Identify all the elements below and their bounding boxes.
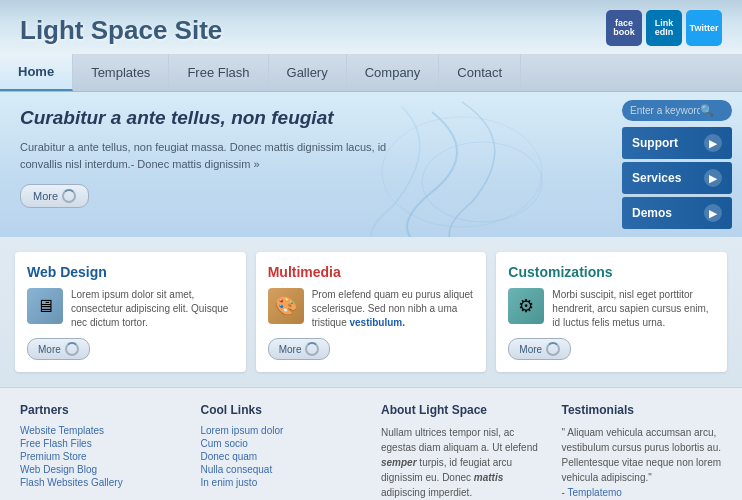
footer-cool-links-title: Cool Links (201, 403, 362, 419)
card-multimedia-body: 🎨 Prom elefend quam eu purus aliquet sce… (268, 288, 475, 330)
sidebar-demos-button[interactable]: Demos ▶ (622, 197, 732, 229)
hero-more-button[interactable]: More (20, 184, 89, 208)
demos-arrow-icon: ▶ (704, 204, 722, 222)
card-multimedia-text: Prom elefend quam eu purus aliquet scele… (312, 288, 475, 330)
footer-col-partners: Partners Website Templates Free Flash Fi… (20, 403, 181, 500)
footer-testimonials-text: " Aliquam vehicula accumsan arcu, vestib… (562, 425, 723, 500)
footer-cool-link-5[interactable]: In enim justo (201, 477, 362, 488)
footer-links: Partners Website Templates Free Flash Fi… (0, 387, 742, 500)
card-web-design-more[interactable]: More (27, 338, 90, 360)
multimedia-more-spin-icon (305, 342, 319, 356)
linkedin-icon[interactable]: LinkedIn (646, 10, 682, 46)
footer-link-flash-gallery[interactable]: Flash Websites Gallery (20, 477, 181, 488)
footer-col-testimonials: Testimonials " Aliquam vehicula accumsan… (562, 403, 723, 500)
twitter-icon[interactable]: Twitter (686, 10, 722, 46)
card-multimedia: Multimedia 🎨 Prom elefend quam eu purus … (256, 252, 487, 372)
linkedin-label: LinkedIn (655, 19, 674, 37)
search-icon: 🔍 (700, 104, 714, 117)
support-arrow-icon: ▶ (704, 134, 722, 152)
hero-heading: Curabitur a ante tellus, non feugiat (20, 107, 602, 129)
card-web-design-title: Web Design (27, 264, 234, 280)
more-spin-icon (62, 189, 76, 203)
facebook-icon[interactable]: facebook (606, 10, 642, 46)
footer-about-title: About Light Space (381, 403, 542, 419)
hero-content: Curabitur a ante tellus, non feugiat Cur… (0, 92, 622, 237)
card-multimedia-more[interactable]: More (268, 338, 331, 360)
sidebar-support-button[interactable]: Support ▶ (622, 127, 732, 159)
custom-more-spin-icon (546, 342, 560, 356)
card-web-design-text: Lorem ipsum dolor sit amet, consectetur … (71, 288, 234, 330)
footer-cool-link-1[interactable]: Lorem ipsum dolor (201, 425, 362, 436)
nav-item-gallery[interactable]: Gallery (269, 54, 347, 91)
templatemo-link[interactable]: Templatemo (567, 487, 621, 498)
multimedia-icon: 🎨 (268, 288, 304, 324)
footer-link-website-templates[interactable]: Website Templates (20, 425, 181, 436)
footer-testimonials-title: Testimonials (562, 403, 723, 419)
vestibulum-link[interactable]: vestibulum. (349, 317, 405, 328)
nav-item-company[interactable]: Company (347, 54, 440, 91)
twitter-label: Twitter (690, 23, 719, 33)
facebook-label: facebook (613, 19, 635, 37)
card-multimedia-title: Multimedia (268, 264, 475, 280)
footer-link-free-flash[interactable]: Free Flash Files (20, 438, 181, 449)
card-customizations-text: Morbi suscipit, nisl eget porttitor hend… (552, 288, 715, 330)
sidebar: 🔍 Support ▶ Services ▶ Demos ▶ (622, 92, 742, 237)
footer-link-blog[interactable]: Web Design Blog (20, 464, 181, 475)
footer-cool-link-3[interactable]: Donec quam (201, 451, 362, 462)
nav-item-contact[interactable]: Contact (439, 54, 521, 91)
hero-paragraph: Curabitur a ante tellus, non feugiat mas… (20, 139, 390, 172)
footer-cool-link-4[interactable]: Nulla consequat (201, 464, 362, 475)
search-input[interactable] (630, 105, 700, 116)
footer-cool-link-2[interactable]: Cum socio (201, 438, 362, 449)
footer-about-text: Nullam ultrices tempor nisl, ac egestas … (381, 425, 542, 500)
footer-partners-title: Partners (20, 403, 181, 419)
card-web-design-body: 🖥 Lorem ipsum dolor sit amet, consectetu… (27, 288, 234, 330)
nav-item-home[interactable]: Home (0, 54, 73, 91)
search-box[interactable]: 🔍 (622, 100, 732, 121)
card-customizations-title: Customizations (508, 264, 715, 280)
nav: Home Templates Free Flash Gallery Compan… (0, 54, 742, 92)
web-design-icon: 🖥 (27, 288, 63, 324)
services-arrow-icon: ▶ (704, 169, 722, 187)
card-customizations-body: ⚙ Morbi suscipit, nisl eget porttitor he… (508, 288, 715, 330)
footer-col-cool-links: Cool Links Lorem ipsum dolor Cum socio D… (201, 403, 362, 500)
web-more-spin-icon (65, 342, 79, 356)
nav-item-templates[interactable]: Templates (73, 54, 169, 91)
footer-link-premium-store[interactable]: Premium Store (20, 451, 181, 462)
hero-section: Curabitur a ante tellus, non feugiat Cur… (0, 92, 742, 237)
sidebar-services-button[interactable]: Services ▶ (622, 162, 732, 194)
card-web-design: Web Design 🖥 Lorem ipsum dolor sit amet,… (15, 252, 246, 372)
cards-section: Web Design 🖥 Lorem ipsum dolor sit amet,… (0, 237, 742, 387)
card-customizations: Customizations ⚙ Morbi suscipit, nisl eg… (496, 252, 727, 372)
footer-col-about: About Light Space Nullam ultrices tempor… (381, 403, 542, 500)
customizations-icon: ⚙ (508, 288, 544, 324)
nav-item-freeflash[interactable]: Free Flash (169, 54, 268, 91)
site-title: Light Space Site (20, 15, 222, 54)
social-icons: facebook LinkedIn Twitter (606, 10, 722, 54)
card-customizations-more[interactable]: More (508, 338, 571, 360)
header: Light Space Site facebook LinkedIn Twitt… (0, 0, 742, 54)
